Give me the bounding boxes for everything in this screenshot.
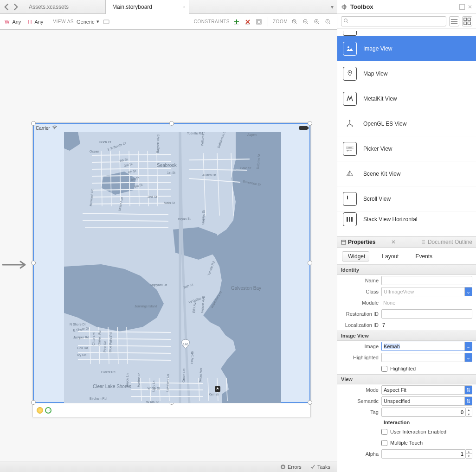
view-controller-frame[interactable]: Carrier — [32, 122, 311, 417]
viewas-select[interactable]: Generic ▾ — [77, 19, 99, 25]
properties-tab[interactable]: Properties — [341, 239, 375, 245]
inspector-panel-tabs: Properties ✕ Document Outline — [337, 236, 476, 248]
document-outline-tab[interactable]: Document Outline — [421, 239, 472, 245]
tab-assets[interactable]: Assets.xcassets — [22, 0, 106, 13]
class-combobox[interactable]: UIImageView⌄ — [381, 287, 472, 296]
toolbox-item-label: Image View — [363, 45, 392, 52]
restoration-id-input[interactable] — [381, 309, 472, 319]
events-subtab[interactable]: Events — [409, 251, 437, 262]
toolbox-item-opengl-view[interactable]: OpenGL ES View — [337, 111, 476, 136]
nav-forward-button[interactable] — [12, 3, 19, 11]
svg-text:Clear Rd: Clear Rd — [92, 332, 96, 345]
svg-text:Todville Rd: Todville Rd — [187, 132, 203, 135]
toolbox-item-label: Stack View Horizontal — [363, 216, 418, 223]
svg-rect-80 — [347, 217, 348, 222]
toolbox-view-grid-button[interactable] — [462, 16, 472, 26]
remove-constraint-button[interactable] — [244, 18, 252, 26]
errors-button[interactable]: Errors — [280, 464, 302, 470]
svg-text:Oak Rd: Oak Rd — [77, 346, 88, 350]
toolbox-item-partial-top[interactable] — [337, 29, 476, 36]
map-image-content: 146 Seabrook Galveston Bay Clear Lake Sh… — [64, 132, 281, 403]
svg-text:Jennings Island: Jennings Island — [135, 305, 157, 308]
semantic-combobox[interactable]: Unspecified⇅ — [381, 396, 472, 406]
svg-text:Harbor Ln: Harbor Ln — [137, 373, 141, 387]
tag-input[interactable] — [381, 408, 466, 417]
toolbox-item-image-view[interactable]: Image View — [337, 36, 476, 61]
tab-overflow-button[interactable]: ▾ — [328, 0, 337, 13]
zoom-fit-button[interactable] — [290, 18, 299, 26]
svg-text:Lakeland Ln: Lakeland Ln — [166, 374, 169, 392]
toolbox-item-label: Scroll View — [363, 196, 391, 202]
toolbox-close-button[interactable]: ✕ — [468, 4, 472, 10]
zoom-out-button[interactable] — [302, 18, 310, 26]
class-label: Class — [337, 289, 381, 294]
name-input[interactable] — [381, 276, 472, 285]
mode-combobox[interactable]: Aspect Fit⇅ — [381, 385, 472, 395]
selected-image-view[interactable]: Carrier — [33, 123, 310, 403]
landscape-toggle-button[interactable] — [102, 18, 110, 26]
user-interaction-checkbox[interactable] — [381, 429, 387, 435]
chevron-down-icon: ⌄ — [464, 353, 472, 362]
chevron-updown-icon: ⇅ — [464, 397, 472, 405]
multiple-touch-checkbox-row[interactable]: Multiple Touch — [381, 440, 472, 446]
svg-text:Juniper Rd: Juniper Rd — [73, 336, 89, 339]
toolbox-item-scroll-view[interactable]: Scroll View — [337, 186, 476, 211]
opengl-view-icon — [343, 117, 357, 131]
toolbox-item-stack-view-horizontal[interactable]: Stack View Horizontal — [337, 211, 476, 227]
first-responder-icon[interactable] — [37, 407, 43, 414]
image-view-icon — [343, 42, 357, 56]
resize-handle-ml[interactable] — [31, 261, 36, 265]
toolbox-item-picker-view[interactable]: LoremIpsum Picker View — [337, 136, 476, 161]
image-label: Image — [337, 344, 381, 349]
toolbox-search-input[interactable] — [341, 16, 446, 26]
multiple-touch-checkbox[interactable] — [381, 440, 387, 446]
svg-text:Aspen: Aspen — [247, 133, 257, 137]
tab-main-storyboard[interactable]: Main.storyboard ○ — [106, 0, 189, 14]
storyboard-canvas[interactable]: Carrier — [0, 30, 337, 461]
image-combobox[interactable]: Kemah⌄ — [381, 342, 472, 351]
add-constraint-button[interactable] — [232, 18, 241, 26]
svg-text:Blue Point Rd: Blue Point Rd — [109, 332, 112, 352]
highlighted-checkbox[interactable] — [381, 366, 387, 372]
toolbox-view-list-button[interactable] — [449, 16, 459, 26]
inspector-subtabs: Widget Layout Events — [337, 248, 476, 265]
svg-point-76 — [349, 71, 351, 73]
tasks-button[interactable]: Tasks — [310, 464, 330, 470]
nav-back-button[interactable] — [3, 3, 10, 11]
alpha-input[interactable] — [381, 449, 466, 459]
module-combobox[interactable]: None — [381, 298, 472, 307]
svg-text:Ocean: Ocean — [90, 150, 99, 153]
properties-close-button[interactable]: ✕ — [391, 239, 396, 245]
frames-button[interactable] — [255, 18, 263, 26]
zoom-in-button[interactable] — [313, 18, 321, 26]
size-class-selector[interactable]: WAny HAny — [5, 19, 43, 25]
toolbox-icon — [341, 4, 347, 10]
toolbox-minimize-button[interactable] — [459, 4, 465, 10]
tag-stepper[interactable]: ▲▼ — [466, 408, 472, 417]
toolbox-item-map-view[interactable]: Map View — [337, 61, 476, 86]
highlighted-checkbox-row[interactable]: Highlighted — [381, 366, 472, 372]
restoration-id-label: Restoration ID — [337, 311, 381, 317]
svg-text:W 5th St: W 5th St — [148, 387, 160, 390]
picker-view-icon: LoremIpsum — [343, 142, 357, 156]
widget-subtab[interactable]: Widget — [342, 251, 369, 262]
svg-text:N Shore Dr: N Shore Dr — [70, 323, 86, 326]
toolbox-item-label: Scene Kit View — [363, 171, 401, 177]
user-interaction-checkbox-row[interactable]: User Interaction Enabled — [381, 429, 472, 435]
svg-text:Ivy Rd: Ivy Rd — [77, 353, 86, 357]
map-view-icon — [343, 67, 357, 81]
storyboard-toolbar: WAny HAny VIEW AS Generic ▾ CONSTRAINTS — [0, 14, 337, 30]
toolbox-item-metalkit-view[interactable]: MetalKit View — [337, 86, 476, 111]
constraints-label: CONSTRAINTS — [194, 19, 230, 24]
layout-subtab[interactable]: Layout — [376, 251, 403, 262]
exit-icon[interactable] — [45, 407, 51, 414]
alpha-stepper[interactable]: ▲▼ — [466, 449, 472, 459]
toolbox-item-scenekit-view[interactable]: Scene Kit View — [337, 161, 476, 186]
localization-id-label: Localization ID — [337, 322, 381, 328]
toolbox-list[interactable]: Image View Map View MetalKit View OpenGL… — [337, 29, 476, 236]
zoom-actual-button[interactable]: 1 — [324, 18, 332, 26]
properties-minimize-button[interactable] — [381, 240, 386, 244]
highlighted-image-combobox[interactable]: ⌄ — [381, 353, 472, 362]
svg-rect-73 — [464, 22, 467, 25]
resize-handle-mr[interactable] — [308, 261, 312, 265]
